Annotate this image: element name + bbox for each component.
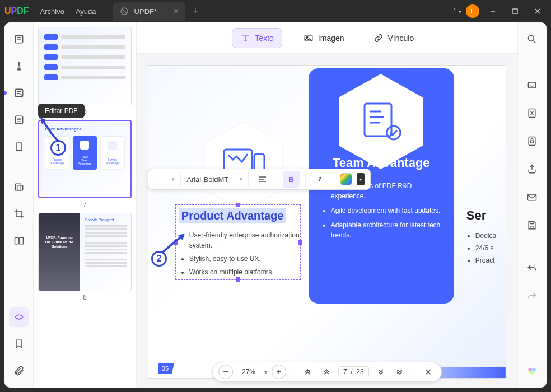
bookmark-tool[interactable] — [9, 334, 29, 354]
ai-button[interactable] — [522, 361, 542, 381]
document-tab[interactable]: UPDF* × — [113, 2, 186, 21]
tab-add-button[interactable]: + — [192, 6, 198, 17]
form-tool[interactable] — [9, 110, 29, 130]
svg-line-1 — [122, 9, 127, 13]
edit-link-button[interactable]: Vínculo — [366, 29, 422, 48]
svg-text:OCR: OCR — [529, 84, 536, 87]
page-number-badge: 05 — [158, 363, 174, 374]
edit-toolbar: Texto Imagen Vínculo — [137, 22, 517, 54]
product-advantage-title[interactable]: Product Advantage — [179, 208, 286, 223]
font-family-dropdown[interactable]: Arial-BoldMT▾ — [181, 175, 248, 184]
italic-button[interactable]: I — [311, 171, 328, 188]
list-item: Works on multiple platforms. — [189, 267, 302, 277]
last-page-button[interactable] — [393, 365, 407, 379]
thumb-8-title: Growth Prospect — [85, 218, 127, 222]
menu-help[interactable]: Ayuda — [76, 7, 96, 16]
window-maximize-button[interactable] — [506, 2, 524, 20]
list-item: Stylish, easy-to-use UX. — [189, 254, 302, 264]
version-badge[interactable]: 1 ▾ — [453, 7, 461, 15]
app-body: Editar PDF 1 2 6 Core Advantages — [4, 22, 547, 388]
page-indicator[interactable]: 7 / 23 — [338, 366, 369, 377]
svg-point-35 — [530, 371, 534, 375]
right-toolbar: OCR — [517, 22, 547, 388]
edit-image-label: Imagen — [318, 34, 344, 43]
svg-rect-11 — [17, 185, 22, 190]
list-item: Dedica — [475, 232, 517, 240]
thumb-8-number: 8 — [38, 293, 132, 301]
tab-title: UPDF* — [134, 7, 157, 16]
zoom-dropdown[interactable]: ▾ — [264, 369, 267, 375]
first-page-button[interactable] — [300, 365, 315, 379]
text-color-dropdown[interactable]: ▾ — [357, 173, 365, 185]
edit-image-button[interactable]: Imagen — [296, 29, 352, 48]
list-item: Adaptable architecture for latest tech t… — [331, 220, 441, 240]
svg-marker-18 — [204, 122, 283, 211]
edit-text-label: Texto — [255, 34, 273, 43]
titlebar: UPDF Archivo Ayuda UPDF* × + 1 ▾ L — [0, 0, 551, 22]
compare-tool[interactable] — [9, 231, 29, 251]
selection-handle[interactable] — [236, 203, 240, 207]
svg-rect-32 — [528, 194, 536, 200]
document-canvas[interactable]: R&DTeam Advantage Over 15 years of PDF R… — [137, 54, 517, 388]
product-advantage-list: User-friendly enterprise authorization s… — [179, 230, 302, 277]
svg-marker-21 — [339, 74, 423, 169]
ocr-button[interactable]: OCR — [522, 75, 542, 95]
team-hexagon-icon — [333, 68, 428, 175]
edit-pdf-tooltip: Editar PDF — [38, 104, 85, 118]
svg-rect-13 — [19, 237, 23, 244]
reader-tool[interactable] — [9, 29, 29, 49]
service-title: Ser — [466, 208, 517, 223]
undo-button[interactable] — [522, 259, 542, 279]
tab-close-icon[interactable]: × — [174, 6, 179, 16]
list-item: 24/6 s — [475, 244, 517, 252]
text-color-button[interactable] — [340, 173, 352, 185]
email-button[interactable] — [522, 187, 542, 207]
svg-rect-12 — [15, 237, 18, 244]
edit-link-label: Vínculo — [388, 34, 414, 43]
thumbnail-panel[interactable]: 6 Core Advantages Product Advantage R&DT… — [34, 22, 137, 388]
user-avatar[interactable]: L — [466, 4, 479, 18]
active-indicator-dot — [4, 91, 7, 95]
text-format-toolbar: -▾ Arial-BoldMT▾ B I ▾ — [148, 169, 371, 190]
save-button[interactable] — [522, 215, 542, 235]
annotate-tool[interactable] — [9, 56, 29, 76]
prev-page-button[interactable] — [319, 365, 334, 379]
thumbnail-8[interactable]: UPDF: Powering The Future Of PDF Solutio… — [38, 213, 132, 301]
crop-tool[interactable] — [9, 204, 29, 224]
product-hexagon-icon — [199, 116, 288, 217]
window-minimize-button[interactable] — [484, 2, 502, 20]
service-list: Dedica 24/6 s Proact — [466, 232, 517, 264]
next-page-button[interactable] — [373, 365, 388, 379]
share-button[interactable] — [522, 159, 542, 179]
redact-tool[interactable] — [9, 177, 29, 197]
bold-button[interactable]: B — [283, 171, 300, 188]
edit-text-button[interactable]: Texto — [232, 28, 282, 48]
thumb-7-number: 7 — [38, 200, 132, 208]
svg-point-26 — [529, 35, 534, 41]
list-item: User-friendly enterprise authorization s… — [189, 230, 302, 250]
attachment-tool[interactable] — [9, 361, 29, 381]
redo-button[interactable] — [522, 287, 542, 307]
window-close-button[interactable] — [529, 2, 547, 20]
zoom-in-button[interactable]: + — [272, 365, 286, 379]
zoom-level: 27% — [237, 368, 260, 376]
annotation-circle-1: 1 — [50, 140, 66, 156]
app-logo: UPDF — [4, 6, 29, 16]
thumbnails-tool[interactable] — [9, 307, 29, 327]
font-size-dropdown[interactable]: -▾ — [148, 175, 180, 184]
align-button[interactable] — [254, 171, 271, 188]
svg-rect-3 — [513, 9, 517, 13]
svg-rect-10 — [15, 184, 21, 190]
compress-button[interactable] — [522, 103, 542, 123]
protect-button[interactable] — [522, 131, 542, 151]
zoom-out-button[interactable]: − — [218, 365, 233, 379]
product-advantage-card[interactable]: Product Advantage User-friendly enterpri… — [179, 208, 302, 281]
close-nav-button[interactable]: ✕ — [421, 365, 436, 379]
search-button[interactable] — [522, 29, 542, 49]
svg-rect-31 — [531, 141, 534, 143]
thumbnail-6[interactable]: 6 — [38, 27, 132, 115]
edit-pdf-tool[interactable] — [9, 83, 29, 103]
organize-tool[interactable] — [9, 137, 29, 157]
menu-file[interactable]: Archivo — [40, 7, 64, 16]
svg-rect-7 — [15, 89, 22, 96]
